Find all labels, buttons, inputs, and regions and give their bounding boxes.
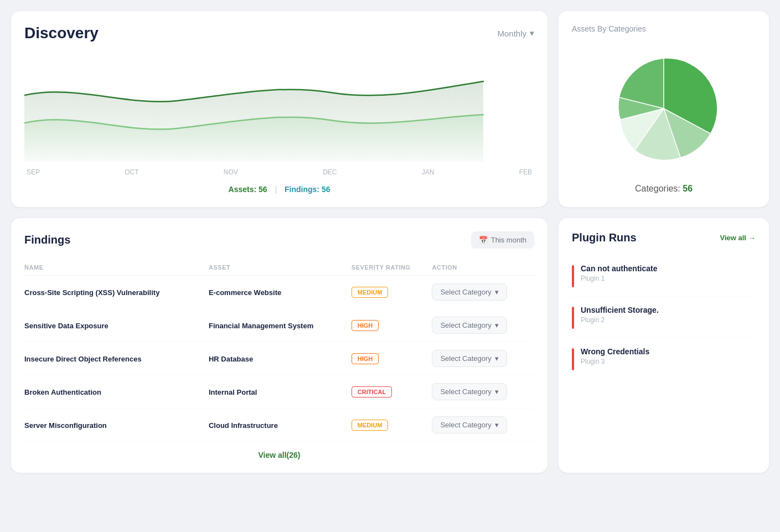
plugin-runs-header: Plugin Runs View all →	[572, 231, 756, 244]
finding-name: Insecure Direct Object References	[24, 355, 142, 363]
this-month-button[interactable]: 📅 This month	[471, 231, 534, 249]
plugin-info: Can not authenticate Plugin 1	[581, 264, 657, 282]
calendar-icon: 📅	[479, 236, 488, 244]
chevron-down-icon: ▾	[495, 388, 499, 396]
col-action: ACTION	[432, 260, 534, 276]
plugin-issue: Unsufficient Storage.	[581, 306, 659, 314]
table-row: Cross-Site Scripting (XSS) Vulnerability…	[24, 276, 534, 309]
plugin-issue: Can not authenticate	[581, 264, 657, 273]
select-category-dropdown[interactable]: Select Category ▾	[432, 283, 507, 301]
plugin-info: Unsufficient Storage. Plugin 2	[581, 306, 659, 324]
plugin-runs-card: Plugin Runs View all → Can not authentic…	[559, 218, 769, 473]
chart-legend: Assets: 56 | Findings: 56	[24, 185, 534, 194]
col-name: NAME	[24, 260, 209, 276]
discovery-header: Discovery Monthly ▾	[24, 24, 534, 42]
chevron-down-icon: ▾	[495, 288, 499, 296]
severity-badge: HIGH	[352, 320, 379, 331]
plugins-list: Can not authenticate Plugin 1 Unsufficie…	[572, 255, 756, 379]
asset-name: Internal Portal	[209, 388, 257, 396]
month-nov: NOV	[224, 168, 238, 176]
table-row: Broken Authentication Internal Portal CR…	[24, 375, 534, 409]
select-category-dropdown[interactable]: Select Category ▾	[432, 350, 507, 367]
asset-name: Cloud Infrastructure	[209, 421, 278, 430]
finding-name: Sensitive Data Exposure	[24, 322, 109, 330]
month-sep: SEP	[27, 168, 40, 176]
findings-title: Findings	[24, 234, 70, 246]
plugin-info: Wrong Credentials Plugin 3	[581, 347, 649, 365]
plugin-item: Can not authenticate Plugin 1	[572, 255, 756, 297]
select-category-dropdown[interactable]: Select Category ▾	[432, 416, 507, 433]
chevron-down-icon: ▾	[495, 321, 499, 329]
categories-card-title: Assets By Categories	[572, 24, 646, 33]
discovery-chart	[24, 51, 534, 162]
pie-chart	[608, 53, 719, 164]
asset-name: E-commerce Website	[209, 288, 281, 297]
findings-legend: Findings: 56	[285, 185, 330, 194]
plugin-severity-bar	[572, 265, 574, 287]
view-all-plugins-button[interactable]: View all →	[720, 234, 756, 242]
select-category-dropdown[interactable]: Select Category ▾	[432, 383, 507, 400]
month-jan: JAN	[422, 168, 435, 176]
findings-header: Findings 📅 This month	[24, 231, 534, 249]
plugin-name: Plugin 1	[581, 275, 657, 282]
discovery-title: Discovery	[24, 24, 99, 42]
categories-card: Assets By Categories	[559, 11, 769, 207]
severity-badge: MEDIUM	[352, 420, 389, 431]
severity-badge: HIGH	[352, 353, 379, 364]
chevron-down-icon: ▾	[495, 354, 499, 363]
finding-name: Server Misconfiguration	[24, 421, 107, 430]
plugin-item: Wrong Credentials Plugin 3	[572, 338, 756, 379]
plugin-severity-bar	[572, 307, 574, 329]
month-dec: DEC	[323, 168, 337, 176]
month-feb: FEB	[519, 168, 532, 176]
findings-table: NAME ASSET SEVERITY RATING ACTION Cross-…	[24, 260, 534, 442]
table-row: Server Misconfiguration Cloud Infrastruc…	[24, 409, 534, 442]
findings-card: Findings 📅 This month NAME ASSET SEVERIT…	[11, 218, 547, 473]
severity-badge: MEDIUM	[352, 287, 389, 298]
table-row: Sensitive Data Exposure Financial Manage…	[24, 309, 534, 342]
plugin-name: Plugin 3	[581, 358, 649, 365]
table-row: Insecure Direct Object References HR Dat…	[24, 342, 534, 375]
plugin-name: Plugin 2	[581, 316, 659, 324]
plugin-item: Unsufficient Storage. Plugin 2	[572, 297, 756, 338]
finding-name: Cross-Site Scripting (XSS) Vulnerability	[24, 288, 159, 297]
discovery-card: Discovery Monthly ▾	[11, 11, 547, 207]
finding-name: Broken Authentication	[24, 388, 101, 396]
chevron-down-icon: ▾	[495, 421, 499, 429]
select-category-dropdown[interactable]: Select Category ▾	[432, 317, 507, 334]
chart-month-labels: SEP OCT NOV DEC JAN FEB	[24, 168, 534, 176]
arrow-right-icon: →	[748, 234, 756, 242]
asset-name: Financial Management System	[209, 322, 313, 330]
plugin-severity-bar	[572, 348, 574, 370]
plugin-issue: Wrong Credentials	[581, 347, 649, 356]
col-asset: ASSET	[209, 260, 352, 276]
severity-badge: CRITICAL	[352, 386, 392, 397]
col-severity: SEVERITY RATING	[352, 260, 432, 276]
assets-legend: Assets: 56	[229, 185, 267, 194]
plugin-runs-title: Plugin Runs	[572, 231, 637, 244]
view-all-findings-link[interactable]: View all(26)	[24, 451, 534, 459]
legend-separator: |	[275, 185, 277, 194]
monthly-dropdown[interactable]: Monthly ▾	[497, 28, 534, 38]
month-oct: OCT	[125, 168, 138, 176]
asset-name: HR Database	[209, 355, 253, 363]
categories-count-label: Categories: 56	[635, 184, 693, 194]
chevron-down-icon: ▾	[530, 28, 534, 38]
